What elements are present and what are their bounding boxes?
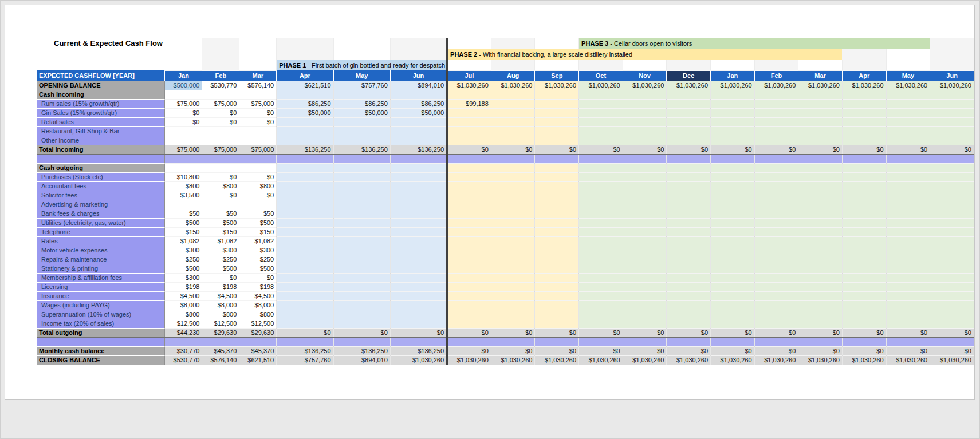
cell[interactable]	[842, 209, 886, 218]
cell[interactable]	[842, 181, 886, 191]
cell[interactable]: $0	[886, 145, 930, 154]
cell[interactable]: $0	[754, 346, 798, 355]
cell[interactable]	[754, 282, 798, 291]
cell[interactable]	[886, 49, 930, 60]
cell[interactable]	[491, 136, 535, 145]
cell[interactable]	[202, 49, 239, 60]
month-header[interactable]: Jun	[390, 70, 447, 81]
cell[interactable]	[930, 310, 974, 319]
cell[interactable]	[842, 337, 886, 346]
cell[interactable]: $4,500	[239, 291, 277, 300]
cell[interactable]: $0	[333, 328, 390, 337]
cell[interactable]	[754, 90, 798, 99]
cell[interactable]: $198	[202, 282, 239, 291]
cell[interactable]	[711, 181, 755, 191]
cell[interactable]	[535, 60, 579, 70]
cell[interactable]	[930, 163, 974, 172]
cell[interactable]	[491, 255, 535, 264]
cell[interactable]	[842, 154, 886, 163]
cell[interactable]: $1,030,260	[667, 81, 711, 90]
cell[interactable]	[930, 200, 974, 209]
cell[interactable]: $0	[711, 328, 755, 337]
cell[interactable]	[798, 291, 843, 300]
cell[interactable]	[886, 90, 930, 99]
cell[interactable]	[623, 163, 667, 172]
cell[interactable]	[711, 246, 755, 255]
cell[interactable]	[798, 108, 843, 117]
cell[interactable]	[390, 310, 447, 319]
cell[interactable]	[886, 136, 930, 145]
row-label[interactable]: Licensing	[37, 282, 165, 291]
cell[interactable]	[886, 99, 930, 108]
cell[interactable]	[754, 126, 798, 136]
cell[interactable]	[623, 117, 667, 126]
cell[interactable]	[579, 282, 623, 291]
cell[interactable]	[667, 60, 711, 70]
cell[interactable]: $99,188	[447, 99, 491, 108]
cell[interactable]: $300	[165, 273, 202, 282]
cell[interactable]	[930, 236, 974, 246]
cell[interactable]: $1,030,260	[447, 81, 491, 90]
cell[interactable]	[886, 246, 930, 255]
cell[interactable]	[277, 49, 333, 60]
cell[interactable]	[623, 291, 667, 300]
cell[interactable]	[202, 154, 239, 163]
cell[interactable]	[277, 172, 333, 181]
cell[interactable]	[277, 236, 333, 246]
cell[interactable]	[390, 319, 447, 328]
cell[interactable]	[333, 163, 390, 172]
cell[interactable]	[930, 337, 974, 346]
cell[interactable]: $0	[202, 191, 239, 200]
cell[interactable]	[390, 291, 447, 300]
cell[interactable]	[886, 191, 930, 200]
cell[interactable]	[842, 300, 886, 310]
cell[interactable]	[623, 172, 667, 181]
cell[interactable]	[491, 38, 535, 49]
cell[interactable]: $1,030,260	[491, 81, 535, 90]
cell[interactable]: $1,082	[202, 236, 239, 246]
cell[interactable]	[491, 90, 535, 99]
cell[interactable]	[667, 90, 711, 99]
cell[interactable]	[579, 255, 623, 264]
cell[interactable]	[754, 227, 798, 236]
cell[interactable]: $0	[930, 346, 974, 355]
cell[interactable]	[333, 246, 390, 255]
cell[interactable]	[579, 200, 623, 209]
cell[interactable]: $250	[239, 255, 277, 264]
cell[interactable]	[667, 264, 711, 273]
cell[interactable]	[798, 181, 843, 191]
cell[interactable]	[842, 163, 886, 172]
cell[interactable]: $75,000	[239, 99, 277, 108]
cell[interactable]: $0	[579, 145, 623, 154]
cell[interactable]	[886, 300, 930, 310]
cell[interactable]	[447, 90, 491, 99]
cell[interactable]	[390, 38, 447, 49]
cell[interactable]	[623, 282, 667, 291]
cell[interactable]: $136,250	[390, 346, 447, 355]
cell[interactable]	[886, 282, 930, 291]
cell[interactable]	[754, 99, 798, 108]
sheet-title[interactable]: Current & Expected Cash Flow	[37, 38, 165, 49]
cell[interactable]	[667, 181, 711, 191]
cell[interactable]: $136,250	[277, 145, 333, 154]
cell[interactable]	[711, 136, 755, 145]
cell[interactable]	[333, 154, 390, 163]
cell[interactable]	[579, 172, 623, 181]
cell[interactable]: $1,082	[239, 236, 277, 246]
cell[interactable]	[579, 227, 623, 236]
row-label[interactable]: Membership & affiliation fees	[37, 273, 165, 282]
cell[interactable]	[579, 99, 623, 108]
cell[interactable]	[930, 209, 974, 218]
month-header[interactable]: Jan	[165, 70, 202, 81]
cell[interactable]	[447, 108, 491, 117]
cell[interactable]	[930, 38, 974, 49]
cell[interactable]	[667, 300, 711, 310]
cell[interactable]	[623, 264, 667, 273]
cell[interactable]	[491, 300, 535, 310]
cell[interactable]	[842, 200, 886, 209]
cell[interactable]	[447, 227, 491, 236]
cell[interactable]: $894,010	[390, 81, 447, 90]
cell[interactable]: $12,500	[239, 319, 277, 328]
cell[interactable]	[535, 282, 579, 291]
month-header[interactable]: May	[333, 70, 390, 81]
